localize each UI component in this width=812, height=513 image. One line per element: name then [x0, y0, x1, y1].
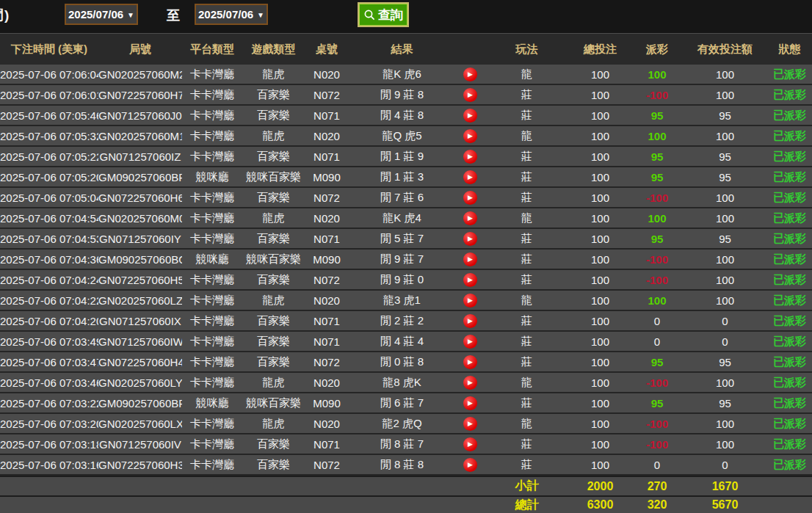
bet-time: 2025-07-06 07:04:20: [0, 315, 98, 327]
play-video-button[interactable]: ▶: [463, 129, 477, 143]
bet-option: 莊: [485, 88, 569, 102]
game-type: 百家樂: [242, 273, 305, 287]
date-to-select[interactable]: 2025/07/06 ▼: [195, 4, 268, 25]
result: 閒 4 莊 8: [349, 109, 455, 123]
valid-bet-amount: 95: [683, 356, 767, 368]
table-number: N020: [305, 212, 349, 225]
status-badge: 已派彩: [767, 88, 812, 102]
query-button[interactable]: 查詢: [358, 2, 409, 27]
play-video-button[interactable]: ▶: [463, 211, 477, 225]
status-badge: 已派彩: [767, 232, 812, 246]
play-video-button[interactable]: ▶: [463, 273, 477, 287]
payout: -100: [631, 418, 683, 430]
table-header-row: 下注時間 (美東)局號平台類型遊戲類型桌號結果玩法總投注派彩有效投注額狀態: [0, 33, 812, 65]
table-number: N071: [305, 315, 349, 327]
table-row: 2025-07-06 07:04:53 GN071257060IY 卡卡灣廳 百…: [0, 229, 812, 250]
result: 龍8 虎K: [349, 376, 455, 390]
table-number: N072: [305, 89, 349, 101]
bet-option: 莊: [485, 252, 569, 266]
table-number: N071: [305, 233, 349, 245]
table-row: 2025-07-06 07:04:22 GN020257060LZ 卡卡灣廳 龍…: [0, 291, 812, 311]
payout: 0: [631, 459, 683, 471]
bet-option: 龍: [485, 211, 569, 225]
valid-bet-amount: 100: [683, 192, 767, 204]
game-type: 百家樂: [242, 355, 305, 369]
play-video-button[interactable]: ▶: [463, 294, 477, 308]
payout: 0: [631, 315, 683, 327]
play-video-button[interactable]: ▶: [463, 458, 477, 472]
round-id: GM090257060BQ: [98, 253, 182, 266]
result: 龍3 虎1: [349, 294, 455, 308]
payout: 95: [631, 233, 683, 245]
game-type: 龍虎: [242, 294, 305, 308]
play-video-button[interactable]: ▶: [463, 355, 477, 369]
platform-type: 卡卡灣廳: [182, 437, 242, 451]
bet-time: 2025-07-06 07:05:32: [0, 130, 98, 142]
game-type: 龍虎: [242, 129, 305, 143]
table-row: 2025-07-06 07:05:22 GN071257060IZ 卡卡灣廳 百…: [0, 147, 812, 167]
platform-type: 卡卡灣廳: [182, 129, 242, 143]
play-video-button[interactable]: ▶: [463, 396, 477, 410]
status-badge: 已派彩: [767, 294, 812, 308]
total-bet: 100: [569, 233, 631, 245]
date-from-select[interactable]: 2025/07/06 ▼: [65, 4, 138, 25]
play-video-button[interactable]: ▶: [463, 417, 477, 431]
valid-bet-amount: 100: [683, 418, 767, 430]
play-video-button[interactable]: ▶: [463, 88, 477, 102]
table-number: N071: [305, 109, 349, 122]
status-badge: 已派彩: [767, 150, 812, 164]
play-icon: ▶: [468, 92, 473, 98]
bet-time: 2025-07-06 07:03:16: [0, 459, 98, 471]
platform-type: 卡卡灣廳: [182, 335, 242, 349]
status-badge: 已派彩: [767, 458, 812, 472]
play-icon: ▶: [468, 256, 473, 263]
play-video-button[interactable]: ▶: [463, 252, 477, 266]
valid-bet-amount: 100: [683, 294, 767, 307]
table-row: 2025-07-06 07:06:01 GN072257060H7 卡卡灣廳 百…: [0, 85, 812, 106]
table-number: M090: [305, 253, 349, 266]
status-badge: 已派彩: [767, 396, 812, 410]
play-video-button[interactable]: ▶: [463, 109, 477, 123]
game-type: 龍虎: [242, 211, 305, 225]
play-video-button[interactable]: ▶: [463, 191, 477, 205]
play-icon: ▶: [468, 174, 473, 181]
play-icon: ▶: [468, 277, 473, 283]
table-number: M090: [305, 397, 349, 410]
platform-type: 競咪廳: [182, 396, 242, 410]
play-video-button[interactable]: ▶: [463, 232, 477, 246]
payout: 100: [631, 68, 683, 81]
valid-bet-amount: 95: [683, 171, 767, 183]
bet-option: 龍: [485, 376, 569, 390]
platform-type: 競咪廳: [182, 252, 242, 266]
result: 閒 0 莊 8: [349, 355, 455, 369]
play-video-button[interactable]: ▶: [463, 68, 477, 81]
round-id: GN020257060M0: [98, 212, 182, 225]
total-bet: 100: [569, 438, 631, 451]
platform-type: 卡卡灣廳: [182, 458, 242, 472]
date-range-to-label: 至: [167, 7, 180, 24]
play-video-button[interactable]: ▶: [463, 314, 477, 328]
round-id: GN020257060LZ: [98, 294, 182, 307]
play-video-button[interactable]: ▶: [463, 150, 477, 164]
valid-bet-amount: 0: [683, 315, 767, 327]
play-video-button[interactable]: ▶: [463, 170, 477, 184]
bet-time: 2025-07-06 07:03:46: [0, 376, 98, 389]
play-video-button[interactable]: ▶: [463, 376, 477, 390]
platform-type: 卡卡灣廳: [182, 355, 242, 369]
valid-bet-amount: 100: [683, 68, 767, 81]
table-number: N072: [305, 356, 349, 368]
platform-type: 卡卡灣廳: [182, 417, 242, 431]
bet-time: 2025-07-06 07:06:04: [0, 68, 98, 81]
bet-time: 2025-07-06 07:03:18: [0, 438, 98, 451]
table-row: 2025-07-06 07:04:20 GN071257060IX 卡卡灣廳 百…: [0, 311, 812, 332]
status-badge: 已派彩: [767, 170, 812, 184]
play-video-button[interactable]: ▶: [463, 335, 477, 349]
play-video-button[interactable]: ▶: [463, 437, 477, 451]
bet-option: 莊: [485, 355, 569, 369]
game-type: 百家樂: [242, 88, 305, 102]
total-bet: 100: [569, 356, 631, 368]
valid-bet-amount: 95: [683, 397, 767, 410]
column-header: 桌號: [305, 43, 349, 57]
column-header: 局號: [98, 43, 182, 57]
game-type: 百家樂: [242, 191, 305, 205]
